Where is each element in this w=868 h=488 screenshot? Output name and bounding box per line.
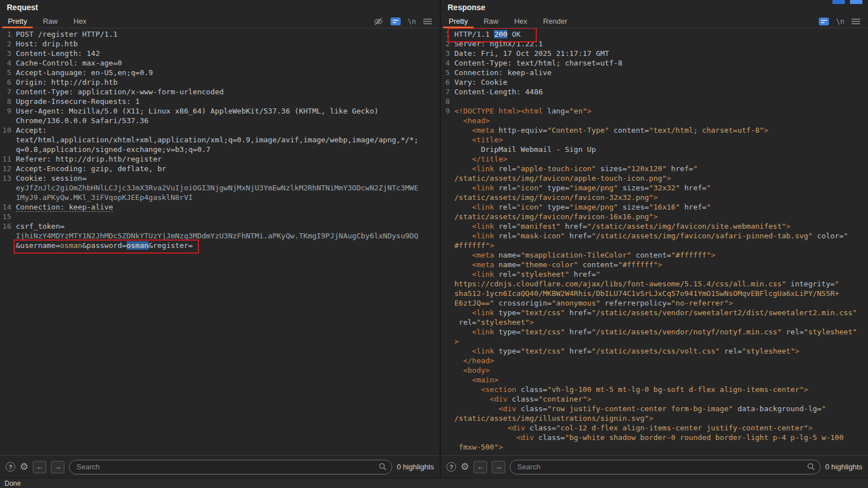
search-input[interactable] (510, 460, 821, 474)
request-panel-title: Request (0, 0, 440, 15)
tab-pretty[interactable]: Pretty (441, 15, 476, 28)
line-number (441, 221, 450, 231)
line-number: 4 (441, 58, 450, 68)
code-line-text: Accept-Language: en-US,en;q=0.9 (16, 68, 153, 77)
code-line: <link rel="icon" type="image/png" sizes=… (441, 183, 868, 193)
prev-match-button[interactable]: ← (33, 461, 46, 473)
request-editor[interactable]: 1POST /register HTTP/1.12Host: drip.htb3… (0, 28, 440, 455)
next-match-button[interactable]: → (51, 461, 64, 473)
code-line: 14Connection: keep-alive (0, 202, 440, 212)
word-wrap-icon[interactable] (819, 17, 829, 26)
code-line: /static/assets/img/favicon/favicon-16x16… (441, 212, 868, 221)
line-number (441, 231, 450, 241)
code-line: E6ztJQ==" crossorigin="anonymous" referr… (441, 298, 868, 308)
tab-hex[interactable]: Hex (66, 15, 94, 28)
code-line: <meta name="theme-color" content="#fffff… (441, 260, 868, 269)
line-number (441, 423, 450, 433)
tab-hex[interactable]: Hex (506, 15, 535, 28)
code-line-text: Chrome/136.0.0.0 Safari/537.36 (16, 116, 149, 125)
line-number (441, 327, 450, 337)
code-line: 3Date: Fri, 17 Oct 2025 21:17:17 GMT (441, 49, 868, 58)
code-line-text: POST /register HTTP/1.1 (16, 29, 118, 39)
line-number (441, 394, 450, 404)
next-match-button[interactable]: → (492, 461, 505, 473)
line-number (441, 125, 450, 135)
menu-icon[interactable] (423, 18, 432, 25)
code-line: <link type="text/css" href="/static/asse… (441, 346, 868, 356)
line-number (441, 365, 450, 375)
request-search-bar: ? ⚙ ← → 0 highlights (0, 455, 440, 478)
code-line: <div class="container"> (441, 394, 868, 404)
show-newlines-icon[interactable]: \n (408, 18, 416, 25)
response-editor[interactable]: 1HTTP/1.1 200 OK2Server: nginx/1.22.13Da… (441, 28, 868, 455)
code-line: 4Cache-Control: max-age=0 (0, 58, 440, 68)
code-line-text: <div class="row justify-content-center f… (454, 404, 826, 413)
code-line-text: Accept-Encoding: gzip, deflate, br (16, 164, 166, 173)
code-line: <head> (441, 116, 868, 125)
show-newlines-icon[interactable]: \n (836, 18, 844, 25)
help-icon[interactable]: ? (6, 462, 15, 472)
code-line-text: <link type="text/css" href="/static/asse… (454, 327, 857, 337)
code-line: 1MyJ9.aPKyQw.MKl_3iFVqopKJEEp4gasklN8rVI (0, 193, 440, 202)
line-number (441, 212, 450, 221)
code-line-text: /static/assets/img/favicon/apple-touch-i… (454, 173, 671, 183)
line-number (441, 433, 450, 442)
code-line-text: <link rel="icon" type="image/png" sizes=… (454, 202, 711, 212)
tab-render[interactable]: Render (535, 15, 575, 28)
tab-raw[interactable]: Raw (476, 15, 506, 28)
code-line: <div class="row justify-content-center f… (441, 404, 868, 413)
line-number (0, 116, 11, 125)
code-line-text: Vary: Cookie (454, 77, 507, 87)
tab-raw[interactable]: Raw (35, 15, 66, 28)
code-line: <meta name="msapplication-TileColor" con… (441, 250, 868, 260)
code-line-text: <div class="container"> (454, 394, 592, 404)
code-line-text: <meta name="msapplication-TileColor" con… (454, 250, 715, 260)
help-icon[interactable]: ? (446, 462, 456, 472)
line-number (441, 116, 450, 125)
tab-pretty[interactable]: Pretty (0, 15, 35, 28)
line-number (441, 413, 450, 423)
code-line: 10Accept: (0, 125, 440, 135)
code-line: eyJfZnJlc2giOmZhbHNlLCJjc3JmX3Rva2VuIjoi… (0, 183, 440, 193)
eye-off-icon[interactable] (374, 17, 383, 26)
code-line: 7Content-Type: application/x-www-form-ur… (0, 87, 440, 97)
code-line-text: csrf_token= (16, 221, 64, 231)
status-text: Done (5, 480, 21, 487)
search-input[interactable] (69, 460, 392, 474)
code-line-text: <link rel="stylesheet" href=" (454, 269, 600, 279)
line-number (441, 145, 450, 154)
line-number (441, 308, 450, 317)
code-line: 1POST /register HTTP/1.1 (0, 29, 440, 39)
prev-match-button[interactable]: ← (474, 461, 487, 473)
gear-icon[interactable]: ⚙ (461, 462, 469, 472)
code-line: <section class="vh-lg-100 mt-5 mt-lg-0 b… (441, 385, 868, 394)
code-line-text: User-Agent: Mozilla/5.0 (X11; Linux x86_… (16, 106, 379, 116)
line-number: 1 (441, 29, 450, 39)
code-line-text: IjhiNzY4MDYzMTY1N2JhMDc5ZDNkYTUzYjJmNzg3… (16, 231, 418, 241)
line-number: 3 (441, 49, 450, 58)
line-number: 7 (441, 87, 450, 97)
menu-icon[interactable] (852, 18, 860, 25)
line-number: 11 (0, 154, 11, 164)
line-number (441, 346, 450, 356)
line-number: 2 (0, 39, 11, 49)
code-line-text: Cache-Control: max-age=0 (16, 58, 122, 68)
request-response-split: Request Pretty Raw Hex (0, 0, 868, 478)
code-line-text: <link rel="apple-touch-icon" sizes="120x… (454, 164, 698, 173)
code-line: <body> (441, 365, 868, 375)
line-number: 9 (0, 106, 11, 116)
gear-icon[interactable]: ⚙ (20, 462, 28, 472)
word-wrap-icon[interactable] (390, 17, 401, 26)
code-line-text: DripMail Webmail - Sign Up (454, 145, 596, 154)
window-accent-square (832, 0, 845, 4)
code-line: DripMail Webmail - Sign Up (441, 145, 868, 154)
code-line-text: /static/assets/img/favicon/favicon-32x32… (454, 193, 658, 202)
code-line-text: /static/assets/img/favicon/favicon-16x16… (454, 212, 658, 221)
code-line: 16csrf_token= (0, 221, 440, 231)
response-panel: Response Pretty Raw Hex Render \n (441, 0, 868, 478)
code-line: 4Content-Type: text/html; charset=utf-8 (441, 58, 868, 68)
code-line-text: Origin: http://drip.htb (16, 77, 118, 87)
code-line: https://cdnjs.cloudflare.com/ajax/libs/f… (441, 279, 868, 289)
code-line-text: Content-Type: text/html; charset=utf-8 (454, 58, 622, 68)
line-number (441, 173, 450, 183)
